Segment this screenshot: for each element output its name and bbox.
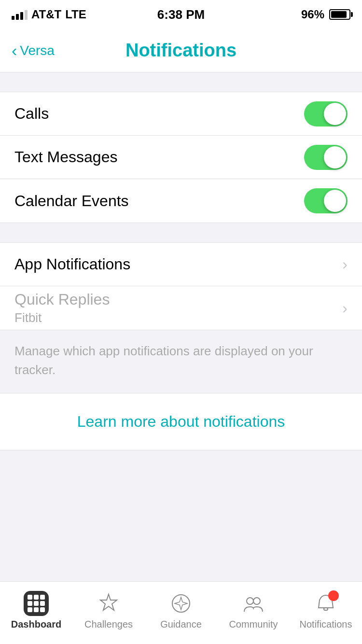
- tab-dashboard[interactable]: Dashboard: [0, 582, 72, 644]
- learn-more-link[interactable]: Learn more about notifications: [77, 413, 285, 431]
- nav-list: App Notifications › Quick Replies Fitbit…: [0, 242, 362, 330]
- calls-label: Calls: [14, 105, 49, 123]
- guidance-icon: [168, 591, 194, 616]
- text-messages-toggle[interactable]: [304, 145, 348, 170]
- battery-fill: [331, 11, 347, 18]
- challenges-icon: [96, 591, 121, 616]
- status-bar: AT&T LTE 6:38 PM 96%: [0, 0, 362, 29]
- calls-toggle[interactable]: [304, 101, 348, 126]
- quick-replies-label: Quick Replies: [14, 291, 110, 308]
- settings-list: Calls Text Messages Calendar Events: [0, 92, 362, 223]
- text-messages-row: Text Messages: [0, 136, 362, 179]
- tab-dashboard-label: Dashboard: [11, 619, 61, 630]
- text-messages-toggle-knob: [324, 146, 346, 168]
- chevron-left-icon: ‹: [12, 42, 17, 58]
- tab-notifications[interactable]: Notifications: [290, 582, 362, 644]
- back-button[interactable]: ‹ Versa: [12, 43, 55, 58]
- tab-guidance-label: Guidance: [160, 619, 202, 630]
- calendar-events-toggle-knob: [324, 190, 346, 212]
- page-title: Notifications: [125, 40, 237, 61]
- dashboard-icon: [24, 591, 49, 616]
- calendar-events-toggle[interactable]: [304, 188, 348, 213]
- nav-bar: ‹ Versa Notifications: [0, 29, 362, 72]
- tab-challenges[interactable]: Challenges: [72, 582, 145, 644]
- status-right: 96%: [301, 8, 350, 21]
- tab-challenges-label: Challenges: [84, 619, 133, 630]
- section-divider-top: [0, 72, 362, 92]
- app-notifications-row[interactable]: App Notifications ›: [0, 243, 362, 286]
- svg-point-2: [247, 598, 253, 604]
- quick-replies-sublabel: Fitbit: [14, 310, 110, 325]
- time-label: 6:38 PM: [157, 7, 205, 22]
- quick-replies-content: Quick Replies Fitbit: [14, 291, 110, 325]
- app-notifications-label: App Notifications: [14, 255, 130, 273]
- tab-community-label: Community: [229, 619, 278, 630]
- carrier-label: AT&T: [31, 8, 61, 21]
- tab-bar: Dashboard Challenges Guidance Co: [0, 581, 362, 644]
- app-notifications-content: App Notifications: [14, 255, 130, 273]
- signal-icon: [12, 9, 28, 20]
- tab-community[interactable]: Community: [217, 582, 290, 644]
- calls-row: Calls: [0, 92, 362, 136]
- text-messages-label: Text Messages: [14, 148, 117, 166]
- info-text: Manage which app notifications are displ…: [14, 344, 313, 377]
- community-icon: [241, 591, 266, 616]
- calendar-events-row: Calendar Events: [0, 179, 362, 223]
- network-label: LTE: [65, 8, 86, 21]
- svg-marker-0: [100, 594, 117, 610]
- notifications-icon: [313, 591, 338, 616]
- tab-guidance[interactable]: Guidance: [145, 582, 217, 644]
- status-left: AT&T LTE: [12, 8, 86, 21]
- battery-percent: 96%: [301, 8, 324, 21]
- calls-toggle-knob: [324, 103, 346, 125]
- learn-more-section: Learn more about notifications: [0, 393, 362, 450]
- app-notifications-chevron-icon: ›: [342, 255, 348, 273]
- info-section: Manage which app notifications are displ…: [0, 330, 362, 393]
- notification-badge: [328, 590, 339, 601]
- battery-icon: [329, 9, 350, 20]
- svg-rect-4: [324, 608, 328, 610]
- quick-replies-row[interactable]: Quick Replies Fitbit ›: [0, 286, 362, 330]
- section-divider-2: [0, 223, 362, 242]
- svg-point-3: [253, 598, 260, 604]
- back-label: Versa: [20, 43, 55, 58]
- tab-notifications-label: Notifications: [300, 619, 352, 630]
- calendar-events-label: Calendar Events: [14, 192, 129, 210]
- quick-replies-chevron-icon: ›: [342, 299, 348, 317]
